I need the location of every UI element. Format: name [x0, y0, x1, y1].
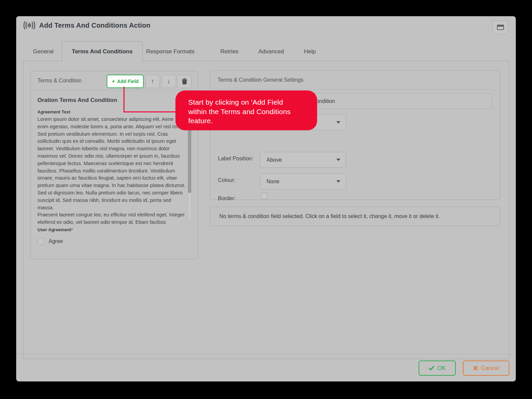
general-settings-title: Terms & Condition General Settings	[218, 77, 303, 83]
user-agreement-label: User Agreement*	[37, 227, 73, 232]
tab-help[interactable]: Help	[304, 48, 316, 55]
x-icon	[473, 366, 478, 370]
required-asterisk: *	[71, 227, 73, 232]
field-group-title: Oration Terms And Condition	[37, 97, 117, 104]
add-field-button[interactable]: + Add Field	[107, 75, 144, 88]
agreement-text-body: Lorem ipsum dolor sit amet, consectetur …	[37, 115, 188, 226]
tab-general[interactable]: General	[33, 48, 53, 55]
arrow-up-icon: ↑	[151, 78, 155, 85]
footer-divider	[16, 354, 516, 354]
delete-field-button[interactable]	[177, 75, 192, 88]
add-field-label: Add Field	[117, 79, 139, 84]
plus-icon: +	[112, 78, 115, 85]
terms-condition-legend: Terms & Condition	[37, 78, 82, 84]
label-position-select[interactable]: Above	[260, 152, 346, 168]
agree-label: Agree	[49, 238, 63, 244]
arrow-down-icon: ↓	[167, 78, 171, 85]
dialog-title: Add Terms And Conditions Action	[39, 22, 150, 29]
colour-select[interactable]: None	[260, 174, 346, 189]
tab-advanced[interactable]: Advanced	[258, 48, 284, 55]
general-settings-panel: Terms & Condition General Settings Orati…	[210, 70, 500, 200]
add-terms-dialog: Add Terms And Conditions Action General …	[16, 16, 516, 381]
chevron-down-icon	[336, 121, 340, 124]
border-label: Border:	[218, 195, 235, 202]
text-scrollbar-track[interactable]	[188, 116, 191, 220]
move-up-button[interactable]: ↑	[145, 75, 160, 88]
maximize-button[interactable]	[493, 21, 508, 34]
label-position-label: Label Position:	[218, 156, 253, 162]
tutorial-callout: Start by clicking on 'Add Field within t…	[175, 90, 317, 130]
cancel-button[interactable]: Cancel	[463, 361, 509, 376]
chevron-down-icon	[336, 159, 340, 161]
agree-checkbox[interactable]	[37, 238, 44, 245]
chevron-down-icon	[336, 180, 340, 183]
agreement-text-label: Agreement Text	[37, 109, 70, 114]
border-checkbox[interactable]	[261, 192, 268, 199]
trash-icon	[182, 78, 187, 84]
terms-condition-panel: Terms & Condition + Add Field ↑ ↓ Oratio…	[30, 71, 198, 259]
ok-button[interactable]: OK	[419, 361, 456, 376]
oration-audio-wave-icon	[23, 21, 36, 30]
callout-connector-horizontal	[123, 111, 177, 112]
tab-retries[interactable]: Retries	[220, 48, 239, 55]
no-field-selected-message: No terms & condition field selected. Cli…	[210, 207, 500, 226]
check-icon	[429, 366, 434, 370]
callout-connector-vertical	[123, 87, 124, 112]
colour-label: Colour:	[218, 177, 235, 183]
tab-terms-and-conditions[interactable]: Terms And Conditions	[62, 41, 143, 61]
general-settings-header: Terms & Condition General Settings	[210, 71, 500, 89]
move-down-button[interactable]: ↓	[162, 75, 176, 88]
window-maximize-icon	[497, 25, 504, 30]
tab-response-formats[interactable]: Response Formats	[146, 48, 195, 55]
